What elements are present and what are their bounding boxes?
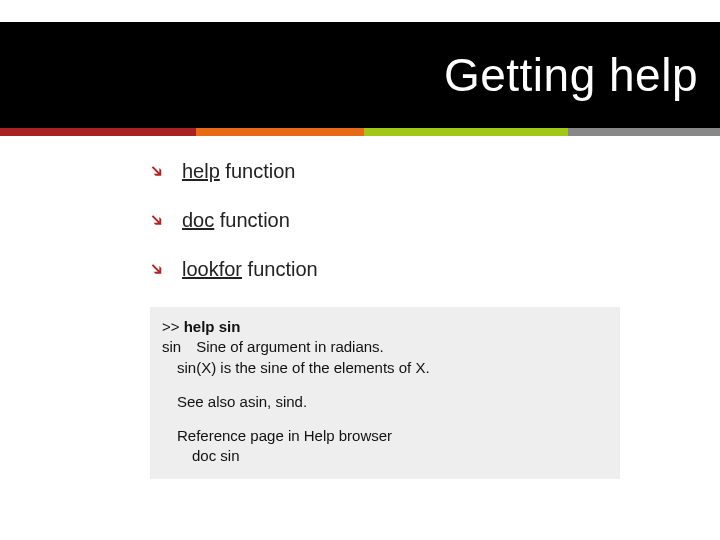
code-prompt: >> bbox=[162, 318, 184, 335]
code-para-seealso: See also asin, sind. bbox=[162, 392, 608, 412]
code-line: doc sin bbox=[162, 447, 240, 464]
code-line: Reference page in Help browser bbox=[162, 427, 392, 444]
header-band: Getting help bbox=[0, 22, 720, 128]
code-line: sin(X) is the sine of the elements of X. bbox=[162, 359, 430, 376]
bullet-text: lookfor function bbox=[182, 258, 318, 281]
arrow-icon: ➔ bbox=[145, 257, 170, 282]
accent-stripe bbox=[0, 128, 720, 136]
code-line: See also asin, sind. bbox=[162, 393, 307, 410]
bullet-doc: ➔ doc function bbox=[150, 209, 670, 232]
bullet-rest: function bbox=[220, 160, 296, 182]
code-line: sin Sine of argument in radians. bbox=[162, 338, 384, 355]
stripe-red bbox=[0, 128, 196, 136]
bullet-text: help function bbox=[182, 160, 295, 183]
page-title: Getting help bbox=[444, 48, 698, 102]
stripe-green bbox=[364, 128, 568, 136]
bullet-rest: function bbox=[242, 258, 318, 280]
code-para-ref: Reference page in Help browser doc sin bbox=[162, 426, 608, 467]
code-para-input: >> help sin sin Sine of argument in radi… bbox=[162, 317, 608, 378]
stripe-orange bbox=[196, 128, 364, 136]
code-command: help sin bbox=[184, 318, 241, 335]
bullet-cmd: help bbox=[182, 160, 220, 182]
arrow-icon: ➔ bbox=[145, 159, 170, 184]
stripe-grey bbox=[568, 128, 720, 136]
bullet-cmd: doc bbox=[182, 209, 214, 231]
bullet-text: doc function bbox=[182, 209, 290, 232]
bullet-rest: function bbox=[214, 209, 290, 231]
bullet-help: ➔ help function bbox=[150, 160, 670, 183]
bullet-lookfor: ➔ lookfor function bbox=[150, 258, 670, 281]
content-area: ➔ help function ➔ doc function ➔ lookfor… bbox=[150, 160, 670, 479]
arrow-icon: ➔ bbox=[145, 208, 170, 233]
code-example: >> help sin sin Sine of argument in radi… bbox=[150, 307, 620, 479]
bullet-cmd: lookfor bbox=[182, 258, 242, 280]
